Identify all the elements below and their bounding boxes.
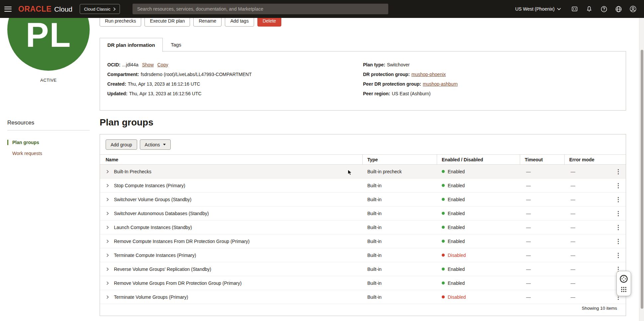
- page-title: Plan groups: [100, 117, 153, 128]
- row-error-mode: —: [565, 169, 611, 174]
- global-search[interactable]: [133, 4, 388, 14]
- row-actions-kebab-icon[interactable]: ⋮: [613, 182, 623, 189]
- actions-label: Actions: [145, 142, 160, 147]
- ocid-copy-link[interactable]: Copy: [157, 62, 168, 67]
- peer-region-label: Peer region:: [363, 91, 390, 96]
- expand-chevron-icon[interactable]: [106, 184, 110, 188]
- controller-pad-icon[interactable]: [619, 274, 628, 283]
- status-dot: [442, 268, 445, 271]
- row-name-label: Stop Compute Instances (Primary): [114, 183, 185, 188]
- expand-chevron-icon[interactable]: [106, 211, 110, 215]
- showing-items-label: Showing 10 items: [582, 306, 617, 311]
- cloud-classic-label: Cloud Classic: [84, 7, 110, 12]
- resources-heading: Resources: [7, 120, 90, 126]
- plan-type-label: Plan type:: [363, 62, 385, 67]
- row-error-mode: —: [565, 281, 611, 286]
- actions-dropdown-button[interactable]: Actions: [140, 139, 171, 150]
- add-group-button[interactable]: Add group: [106, 139, 137, 150]
- status-dot: [442, 254, 445, 257]
- tab-dr-plan-information[interactable]: DR plan information: [100, 38, 163, 52]
- expand-chevron-icon[interactable]: [106, 267, 110, 271]
- sidebar-item-plan-groups[interactable]: Plan groups: [7, 140, 90, 145]
- table-row[interactable]: Remove Volume Groups From DR Protection …: [100, 276, 626, 290]
- row-status-label: Enabled: [448, 281, 465, 286]
- expand-chevron-icon[interactable]: [106, 170, 110, 174]
- tab-tags[interactable]: Tags: [163, 38, 189, 51]
- expand-chevron-icon[interactable]: [106, 239, 110, 243]
- row-name-label: Terminate Compute Instances (Primary): [114, 253, 196, 258]
- table-row[interactable]: Stop Compute Instances (Primary) Built-i…: [100, 179, 626, 193]
- table-row[interactable]: Switchover Volume Groups (Standby) Built…: [100, 193, 626, 206]
- ocid-value: ...jdl44a: [122, 62, 138, 67]
- row-error-mode: —: [565, 183, 611, 188]
- status-dot: [442, 184, 445, 187]
- status-dot: [442, 212, 445, 215]
- cloud-classic-button[interactable]: Cloud Classic: [80, 4, 120, 14]
- compartment-label: Compartment:: [107, 72, 139, 77]
- dr-protection-group-link[interactable]: mushop-phoenix: [412, 72, 446, 77]
- peer-region-row: Peer region: US East (Ashburn): [363, 89, 458, 98]
- resources-sidebar: Resources Plan groups Work requests: [7, 120, 90, 156]
- row-name-label: Launch Compute Instances (Standby): [114, 225, 192, 230]
- row-timeout: —: [520, 267, 565, 272]
- oracle-cloud-logo[interactable]: ORACLE Cloud: [18, 5, 72, 14]
- expand-chevron-icon[interactable]: [106, 281, 110, 285]
- region-label: US West (Phoenix): [515, 6, 555, 12]
- peer-dr-protection-group-label: Peer DR protection group:: [363, 81, 421, 87]
- hamburger-menu-icon[interactable]: [4, 7, 12, 12]
- expand-chevron-icon[interactable]: [106, 253, 110, 257]
- expand-chevron-icon[interactable]: [106, 198, 110, 201]
- region-selector[interactable]: US West (Phoenix): [515, 6, 561, 12]
- sidebar-item-work-requests[interactable]: Work requests: [7, 151, 90, 156]
- ocid-label: OCID:: [107, 62, 121, 67]
- table-row[interactable]: Launch Compute Instances (Standby) Built…: [100, 220, 626, 234]
- row-name-label: Switchover Volume Groups (Standby): [114, 197, 191, 202]
- row-actions-kebab-icon[interactable]: ⋮: [613, 224, 623, 231]
- compartment-row: Compartment: fsdrsdemo (root)/LiveLabs/L…: [107, 69, 252, 79]
- notifications-bell-icon[interactable]: [586, 5, 593, 13]
- row-error-mode: —: [565, 294, 611, 300]
- resource-status-label: ACTIVE: [7, 78, 90, 83]
- row-actions-kebab-icon[interactable]: ⋮: [613, 196, 623, 203]
- row-error-mode: —: [565, 253, 611, 258]
- row-actions-kebab-icon[interactable]: ⋮: [613, 210, 623, 217]
- row-type: Built-in precheck: [363, 169, 437, 174]
- chevron-right-icon: [113, 7, 116, 11]
- row-timeout: —: [520, 183, 565, 188]
- sidebar-divider: [7, 130, 90, 130]
- dr-plan-information-panel: OCID: ...jdl44a Show Copy Compartment: f…: [100, 51, 626, 111]
- row-error-mode: —: [565, 225, 611, 230]
- floating-assistant-widget[interactable]: [616, 271, 631, 296]
- table-row[interactable]: Remove Compute Instances From DR Protect…: [100, 234, 626, 248]
- table-row[interactable]: Built-In Prechecks Built-in precheck Ena…: [100, 165, 626, 179]
- expand-chevron-icon[interactable]: [106, 225, 110, 229]
- search-input[interactable]: [133, 4, 388, 14]
- row-error-mode: —: [565, 267, 611, 272]
- row-status-label: Enabled: [448, 197, 465, 202]
- expand-chevron-icon[interactable]: [106, 295, 110, 299]
- row-timeout: —: [520, 197, 565, 202]
- created-value: Thu, Apr 13, 2023 at 16:12:16 UTC: [128, 81, 200, 87]
- add-group-label: Add group: [111, 142, 132, 147]
- user-avatar-icon[interactable]: [629, 5, 637, 13]
- row-status-label: Enabled: [448, 239, 465, 244]
- scrollbar-thumb[interactable]: [641, 50, 643, 309]
- table-row[interactable]: Reverse Volume Groups' Replication (Stan…: [100, 262, 626, 276]
- row-actions-kebab-icon[interactable]: ⋮: [613, 168, 623, 175]
- row-type: Built-in: [363, 183, 437, 188]
- ocid-show-link[interactable]: Show: [142, 62, 154, 67]
- table-row[interactable]: Terminate Compute Instances (Primary) Bu…: [100, 248, 626, 262]
- language-globe-icon[interactable]: [615, 5, 622, 13]
- help-icon[interactable]: [600, 5, 607, 13]
- drag-dots-grid-icon[interactable]: [620, 286, 627, 293]
- row-actions-kebab-icon[interactable]: ⋮: [613, 238, 623, 245]
- developer-tools-icon[interactable]: [571, 5, 578, 13]
- oracle-wordmark: ORACLE: [18, 5, 51, 14]
- dr-protection-group-label: DR protection group:: [363, 72, 410, 77]
- row-actions-kebab-icon[interactable]: ⋮: [613, 252, 623, 259]
- peer-dr-protection-group-row: Peer DR protection group: mushop-ashburn: [363, 79, 458, 89]
- table-row[interactable]: Switchover Autonomous Databases (Standby…: [100, 206, 626, 220]
- chevron-down-icon: [557, 8, 561, 10]
- peer-dr-protection-group-link[interactable]: mushop-ashburn: [423, 81, 458, 87]
- updated-label: Updated:: [107, 91, 128, 96]
